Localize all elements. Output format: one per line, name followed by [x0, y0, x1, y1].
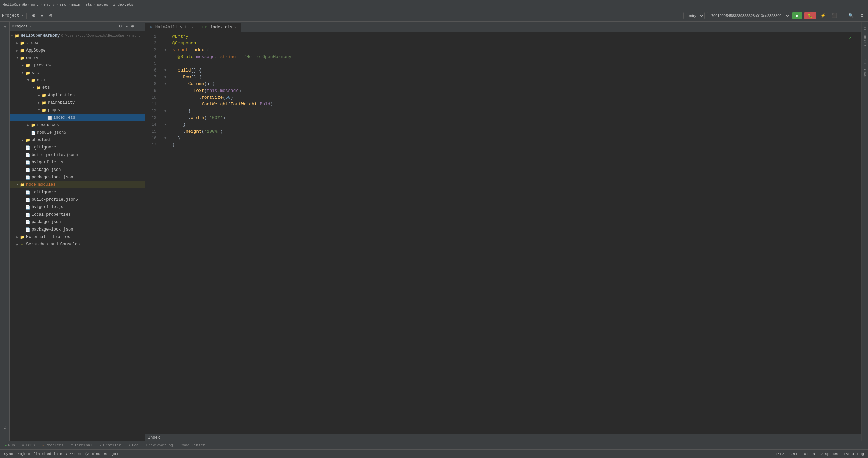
search-everywhere-btn[interactable]: 🔍	[846, 12, 856, 19]
fold-btn-6[interactable]: ▼	[162, 67, 168, 74]
hide-panel-btn[interactable]: —	[136, 23, 142, 30]
project-label: Project	[2, 13, 19, 18]
tab-close-btn[interactable]: ✕	[192, 25, 194, 29]
collapse-btn[interactable]: —	[56, 12, 64, 19]
breadcrumb: HelloOpenHarmony › entry › src › main › …	[3, 3, 133, 7]
code-linter-tab[interactable]: Code Linter	[177, 442, 209, 449]
charset[interactable]: UTF-8	[803, 451, 816, 457]
indent[interactable]: 2 spaces	[819, 451, 840, 457]
tree-node-modules[interactable]: ▼ 📁 node_modules	[10, 181, 145, 188]
favorites-icon-btn[interactable]: F	[1, 432, 9, 440]
debug-button[interactable]: 🐛	[804, 12, 816, 19]
run-tab[interactable]: ▶ Run	[1, 442, 18, 449]
tree-module-json[interactable]: 📄 module.json5	[10, 129, 145, 136]
tree-nm-build-profile[interactable]: 📄 build-profile.json5	[10, 196, 145, 203]
attach-btn[interactable]: ⚡	[818, 12, 828, 19]
expand-tree-btn[interactable]: ⊕	[130, 23, 135, 30]
tree-application[interactable]: ▶ 📁 Application	[10, 92, 145, 99]
folder-icon: 📁	[31, 78, 36, 83]
sync-btn[interactable]: ⚙	[118, 23, 123, 30]
json-file-icon: 📄	[25, 220, 31, 224]
log-tab[interactable]: ≡ Log	[125, 442, 142, 449]
folder-icon: 📁	[41, 101, 47, 105]
project-dropdown-arrow[interactable]: ▾	[21, 13, 23, 18]
tab-index-ets[interactable]: ETS index.ets ✕	[198, 23, 241, 32]
device-selector[interactable]: 700100054583239333328a013ce2323800	[707, 12, 790, 19]
tree-root[interactable]: ▼ 📁 HelloOpenHarmony C:\Users\...\Downlo…	[10, 32, 145, 39]
previewer-log-tab[interactable]: PreviewerLog	[143, 442, 176, 449]
cursor-position[interactable]: 17:2	[774, 451, 785, 457]
code-editor[interactable]: 1 2 3 4 5 6 7 8 9 10 11 12 13 14 15 16 1	[145, 32, 857, 434]
fold-btn-16[interactable]: ▼	[162, 135, 168, 142]
event-log[interactable]: Event Log	[843, 451, 865, 457]
code-content[interactable]: @Entry @Component struct Index { @State …	[168, 32, 857, 434]
add-btn[interactable]: ⊕	[47, 12, 55, 19]
event-log-label: Event Log	[844, 452, 864, 456]
js-file-icon: 📄	[25, 160, 31, 165]
code-line-7: Row() {	[172, 74, 857, 81]
tree-nm-package-lock-json[interactable]: 📄 package-lock.json	[10, 226, 145, 233]
run-button[interactable]: ▶	[792, 12, 802, 19]
tab-close-btn[interactable]: ✕	[234, 25, 237, 29]
line-numbers: 1 2 3 4 5 6 7 8 9 10 11 12 13 14 15 16 1	[145, 32, 162, 434]
stop-btn[interactable]: ⬛	[830, 12, 839, 19]
folder-icon: 📁	[36, 86, 41, 90]
tab-mainability[interactable]: TS MainAbility.ts ✕	[145, 23, 198, 32]
problems-tab[interactable]: ⚠ Problems	[39, 442, 67, 449]
tree-nm-local-properties[interactable]: 📄 local.properties	[10, 211, 145, 218]
project-icon-btn[interactable]: P	[1, 23, 9, 31]
tree-resources[interactable]: ▶ 📁 resources	[10, 121, 145, 129]
fold-btn-3[interactable]: ▼	[162, 47, 168, 54]
fold-btn-7[interactable]: ▼	[162, 74, 168, 81]
code-line-15: .height('100%')	[172, 128, 857, 135]
structure-icon-btn[interactable]: S	[1, 423, 9, 432]
collapse-tree-btn[interactable]: ≡	[125, 23, 129, 30]
tree-main[interactable]: ▼ 📁 main	[10, 77, 145, 84]
folder-icon: 📁	[20, 41, 25, 45]
run-icon: ▶	[5, 443, 7, 447]
settings2-btn[interactable]: ⚙	[858, 12, 866, 19]
format-btn[interactable]: ≡	[39, 12, 46, 19]
tree-preview[interactable]: ▶ 📁 .preview	[10, 62, 145, 69]
tree-appscope[interactable]: ▶ 📁 AppScope	[10, 47, 145, 54]
code-line-10: .fontSize(50)	[172, 94, 857, 101]
tree-external-libs[interactable]: ▶ 📁 External Libraries	[10, 233, 145, 241]
tree-index-ets[interactable]: ⬜ index.ets	[10, 114, 145, 121]
tree-package-lock-json[interactable]: 📄 package-lock.json	[10, 174, 145, 181]
folder-icon: 📁	[20, 235, 25, 239]
tree-pages[interactable]: ▼ 📁 pages	[10, 106, 145, 114]
module-selector[interactable]: entry	[683, 12, 705, 19]
tree-package-json[interactable]: 📄 package.json	[10, 166, 145, 174]
profiler-tab[interactable]: ✕ Profiler	[96, 442, 125, 449]
settings-btn[interactable]: ⚙	[30, 12, 38, 19]
tree-nm-gitignore[interactable]: 📄 .gitignore	[10, 188, 145, 196]
minimap[interactable]	[857, 32, 861, 434]
fold-btn-14[interactable]: ▼	[162, 121, 168, 128]
expand-arrow: ▶	[20, 64, 25, 67]
tree-entry[interactable]: ▼ 📁 entry	[10, 54, 145, 62]
expand-arrow: ▶	[15, 235, 20, 239]
tree-ets[interactable]: ▼ 📁 ets	[10, 84, 145, 92]
tree-scratches[interactable]: ▶ ✏ Scratches and Consoles	[10, 241, 145, 248]
tree-nm-hvigorfile[interactable]: 📄 hvigorfile.js	[10, 203, 145, 211]
fold-btn-12[interactable]: ▼	[162, 108, 168, 115]
tree-src[interactable]: ▼ 📁 src	[10, 69, 145, 77]
line-endings[interactable]: CRLF	[788, 451, 799, 457]
previewer-log-label: PreviewerLog	[146, 443, 173, 447]
favorites-label[interactable]: Favorites	[863, 59, 867, 79]
tree-ohostest[interactable]: ▶ 📁 ohosTest	[10, 136, 145, 144]
folder-icon: 📁	[31, 123, 36, 127]
sync-status: Sync project finished in 8 s 761 ms (3 m…	[3, 451, 120, 457]
code-line-8: Column() {	[172, 81, 857, 87]
tree-gitignore[interactable]: 📄 .gitignore	[10, 144, 145, 151]
tree-build-profile[interactable]: 📄 build-profile.json5	[10, 151, 145, 159]
fold-btn-8[interactable]: ▼	[162, 81, 168, 87]
tree-nm-package-json[interactable]: 📄 package.json	[10, 218, 145, 226]
terminal-tab[interactable]: ⊡ Terminal	[68, 442, 96, 449]
tree-idea[interactable]: ▶ 📁 .idea	[10, 39, 145, 47]
json-file-icon: 📄	[25, 168, 31, 172]
structure-label[interactable]: Structure	[863, 26, 867, 46]
tree-hvigorfile[interactable]: 📄 hvigorfile.js	[10, 159, 145, 166]
todo-tab[interactable]: ≡ TODO	[19, 442, 38, 449]
tree-mainability[interactable]: ▶ 📁 MainAbility	[10, 99, 145, 106]
